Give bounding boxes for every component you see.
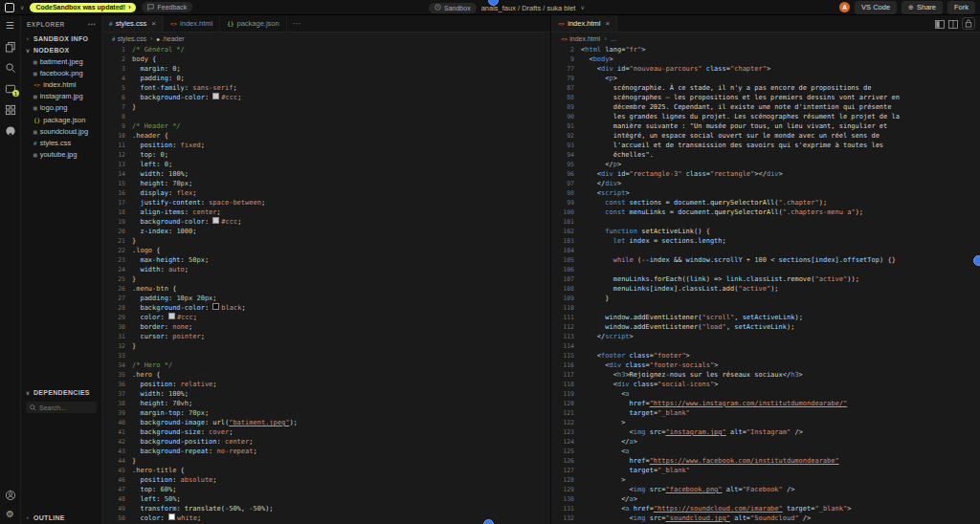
update-banner[interactable]: CodeSandbox was updated! ›	[30, 3, 136, 12]
code-line[interactable]: 119 <a	[551, 389, 980, 399]
github-icon[interactable]	[4, 124, 16, 137]
code-line[interactable]: 33	[102, 351, 550, 360]
codesandbox-logo[interactable]	[5, 3, 14, 12]
code-line[interactable]: 25}	[102, 274, 550, 284]
code-line[interactable]: 21}	[102, 236, 550, 246]
code-line[interactable]: 24 width: auto;	[102, 265, 550, 274]
code-line[interactable]: 104	[551, 246, 980, 255]
code-line[interactable]: 7}	[102, 102, 550, 112]
code-line[interactable]: 18 align-items: center;	[102, 207, 550, 217]
code-line[interactable]: 126 href="https://www.facebook.com/insti…	[551, 456, 980, 466]
code-line[interactable]: 36 position: relative;	[102, 380, 550, 389]
code-line[interactable]: 91 manière suivante : "Un musée pour tou…	[551, 121, 980, 131]
sandbox-badge[interactable]: Sandbox	[429, 3, 477, 13]
breadcrumb-item[interactable]: #styles.css	[112, 35, 146, 42]
code-line[interactable]: 128 >	[551, 475, 980, 485]
code-line[interactable]: 127 target="_blank"	[551, 466, 980, 475]
feedback-button[interactable]: Feedback	[142, 2, 192, 12]
code-line[interactable]: 96 <div id="rectangle-3" class="rectangl…	[551, 169, 980, 179]
code-line[interactable]: 28 background-color: black;	[102, 303, 550, 313]
code-line[interactable]: 116 <div class="footer-socials">	[551, 360, 980, 370]
code-line[interactable]: 111 window.addEventListener("scroll", se…	[551, 313, 980, 322]
code-line[interactable]: 123 <img src="instagram.jpg" alt="Instag…	[551, 427, 980, 437]
code-line[interactable]: 23 max-height: 50px;	[102, 255, 550, 265]
vscode-button[interactable]: VS Code	[855, 1, 897, 14]
code-line[interactable]: 15 height: 70px;	[102, 179, 550, 188]
code-line[interactable]: 121 target="_blank"	[551, 408, 980, 418]
code-line[interactable]: 9/* Header */	[102, 121, 550, 131]
split-editor-icon[interactable]	[948, 15, 958, 33]
file-item-index.html[interactable]: <>index.html	[21, 78, 101, 90]
code-line[interactable]: 22.logo {	[102, 246, 550, 255]
code-line[interactable]: 87 scénographie. À ce stade, il n'y a pa…	[551, 83, 980, 93]
code-line[interactable]: 45.hero-title {	[102, 466, 550, 475]
code-line[interactable]: 41 background-size: cover;	[102, 427, 550, 437]
code-line[interactable]: 16 display: flex;	[102, 188, 550, 198]
code-line[interactable]: 4 padding: 0;	[102, 74, 550, 83]
code-line[interactable]: 102 function setActiveLink() {	[551, 227, 980, 236]
files-icon[interactable]	[4, 40, 16, 53]
section-outline[interactable]: › OUTLINE	[21, 512, 101, 523]
file-item-instagram.jpg[interactable]: ▨instagram.jpg	[21, 91, 101, 102]
code-line[interactable]: 1/* Général */	[102, 45, 550, 55]
tab-package.json[interactable]: {}package.json	[220, 15, 286, 32]
code-line[interactable]: 109 }	[551, 294, 980, 303]
code-line[interactable]: 37 width: 100%;	[102, 389, 550, 399]
code-line[interactable]: 79 <p>	[551, 74, 980, 83]
tab-overflow-icon[interactable]: ⋯	[287, 15, 306, 32]
code-line[interactable]: 100 const menuLinks = document.querySele…	[551, 207, 980, 217]
dependency-search-input[interactable]	[39, 404, 93, 411]
code-line[interactable]: 110	[551, 303, 980, 313]
code-line[interactable]: 117 <h3>Rejoignez-nous sur les réseaux s…	[551, 370, 980, 380]
breadcrumb-item[interactable]: <>index.html	[561, 35, 600, 42]
lock-icon[interactable]	[962, 17, 975, 30]
code-line[interactable]: 3 margin: 0;	[102, 64, 550, 74]
code-line[interactable]: 129 <img src="facebook.png" alt="Faceboo…	[551, 485, 980, 494]
code-line[interactable]: 122 >	[551, 418, 980, 427]
code-line[interactable]: 107 menuLinks.forEach((link) => link.cla…	[551, 274, 980, 284]
code-line[interactable]: 30 border: none;	[102, 322, 550, 332]
code-line[interactable]: 20 z-index: 1000;	[102, 227, 550, 236]
section-nodebox[interactable]: ∨ NODEBOX	[21, 44, 101, 55]
code-line[interactable]: 124 </a>	[551, 437, 980, 447]
code-line[interactable]: 47 top: 60%;	[102, 485, 550, 494]
dependency-search[interactable]	[26, 402, 97, 413]
breadcrumb-item[interactable]: …	[610, 35, 616, 42]
code-line[interactable]: 27 padding: 10px 20px;	[102, 294, 550, 303]
code-line[interactable]: 105 while (--index && window.scrollY + 1…	[551, 255, 980, 265]
code-line[interactable]: 8	[102, 112, 550, 121]
close-tab-icon[interactable]: ×	[151, 20, 156, 28]
code-line[interactable]: 88 scénographes — les propositions et le…	[551, 93, 980, 102]
file-item-styles.css[interactable]: #styles.css	[21, 137, 101, 148]
code-line[interactable]: 40 background-image: url("batiment.jpeg"…	[102, 418, 550, 427]
code-line[interactable]: 108 menuLinks[index].classList.add("acti…	[551, 284, 980, 294]
account-icon[interactable]	[4, 489, 16, 501]
code-line[interactable]: 101	[551, 217, 980, 227]
code-line[interactable]: 38 height: 70vh;	[102, 399, 550, 408]
code-line[interactable]: 132 <img src="soundcloud.jpg" alt="Sound…	[551, 513, 980, 523]
code-line[interactable]: 9 <body>	[551, 55, 980, 64]
collaborator-dot[interactable]	[483, 519, 494, 524]
code-line[interactable]: 2body {	[102, 55, 550, 64]
code-line[interactable]: 12 top: 0;	[102, 150, 550, 160]
split-editor-filled-icon[interactable]	[935, 15, 945, 33]
extensions-icon[interactable]	[4, 103, 16, 116]
code-line[interactable]: 13 left: 0;	[102, 160, 550, 169]
search-icon[interactable]	[4, 61, 16, 74]
fork-button[interactable]: Fork	[947, 1, 975, 14]
menu-icon[interactable]: ☰	[4, 19, 16, 32]
code-line[interactable]: 114	[551, 341, 980, 351]
settings-gear-icon[interactable]: ⚙	[4, 508, 16, 520]
code-line[interactable]: 103 let index = sections.length;	[551, 236, 980, 246]
breadcrumb-item[interactable]: ◆.header	[156, 35, 184, 42]
code-line[interactable]: 39 margin-top: 70px;	[102, 408, 550, 418]
file-item-batiment.jpeg[interactable]: ▨batiment.jpeg	[21, 55, 101, 67]
tab-index.html[interactable]: <>index.html×	[551, 15, 617, 32]
code-line[interactable]: 118 <div class="social-icons">	[551, 380, 980, 389]
code-line[interactable]: 131 <a href="https://soundcloud.com/imar…	[551, 504, 980, 513]
code-line[interactable]: 43 background-repeat: no-repeat;	[102, 447, 550, 456]
code-line[interactable]: 44}	[102, 456, 550, 466]
code-line[interactable]: 120 href="https://www.instagram.com/inst…	[551, 399, 980, 408]
file-item-youtube.jpg[interactable]: ▨youtube.jpg	[21, 149, 101, 161]
chevron-down-icon[interactable]: ∨	[20, 5, 24, 11]
